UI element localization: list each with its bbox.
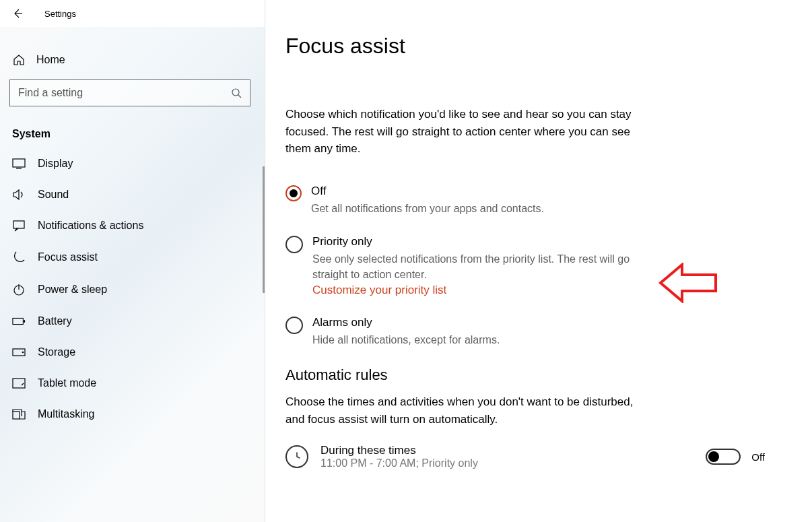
search-icon bbox=[231, 88, 242, 98]
svg-rect-9 bbox=[13, 412, 20, 419]
sound-icon bbox=[12, 189, 26, 200]
rule-title: During these times bbox=[320, 444, 478, 457]
rule-subtitle: 11:00 PM - 7:00 AM; Priority only bbox=[320, 457, 478, 469]
option-priority-desc: See only selected notifications from the… bbox=[312, 251, 663, 282]
search-input[interactable] bbox=[18, 87, 231, 99]
svg-rect-4 bbox=[13, 318, 23, 324]
display-icon bbox=[12, 158, 26, 169]
svg-point-7 bbox=[22, 352, 24, 354]
svg-rect-2 bbox=[13, 221, 24, 228]
option-alarms-desc: Hide all notifications, except for alarm… bbox=[312, 332, 500, 348]
home-icon bbox=[12, 54, 26, 66]
sidebar-item-battery[interactable]: Battery bbox=[0, 306, 265, 337]
svg-rect-1 bbox=[13, 159, 25, 167]
sidebar-item-storage[interactable]: Storage bbox=[0, 337, 265, 368]
back-button[interactable] bbox=[11, 7, 24, 20]
sidebar: Settings Home System Display Sound Notif… bbox=[0, 0, 265, 522]
radio-alarms[interactable] bbox=[285, 317, 303, 334]
sidebar-item-label: Multitasking bbox=[38, 408, 94, 420]
option-priority[interactable]: Priority only See only selected notifica… bbox=[285, 235, 663, 297]
focus-assist-icon bbox=[12, 251, 26, 264]
sidebar-item-label: Power & sleep bbox=[38, 284, 107, 296]
scroll-indicator[interactable] bbox=[263, 166, 265, 293]
battery-icon bbox=[12, 317, 26, 325]
intro-text: Choose which notification you'd like to … bbox=[285, 106, 649, 158]
radio-off[interactable] bbox=[285, 185, 302, 201]
option-off-desc: Get all notifications from your apps and… bbox=[311, 201, 544, 216]
automatic-rules-heading: Automatic rules bbox=[285, 366, 792, 384]
sidebar-item-display[interactable]: Display bbox=[0, 148, 265, 179]
sidebar-item-sound[interactable]: Sound bbox=[0, 179, 265, 210]
rule-toggle-label: Off bbox=[751, 451, 765, 463]
sidebar-item-label: Tablet mode bbox=[38, 377, 96, 389]
storage-icon bbox=[12, 348, 26, 356]
sidebar-item-multitasking[interactable]: Multitasking bbox=[0, 399, 265, 430]
rule-toggle[interactable] bbox=[706, 449, 741, 465]
multitasking-icon bbox=[12, 409, 26, 420]
sidebar-item-notifications[interactable]: Notifications & actions bbox=[0, 210, 265, 241]
sidebar-item-label: Focus assist bbox=[38, 251, 98, 263]
rule-during-times[interactable]: During these times 11:00 PM - 7:00 AM; P… bbox=[285, 444, 792, 469]
titlebar: Settings bbox=[0, 0, 265, 27]
power-icon bbox=[12, 283, 26, 296]
sidebar-item-label: Display bbox=[38, 158, 73, 170]
sidebar-item-label: Battery bbox=[38, 315, 72, 327]
clock-icon bbox=[285, 445, 308, 468]
nav-home[interactable]: Home bbox=[0, 47, 265, 73]
sidebar-item-tablet-mode[interactable]: Tablet mode bbox=[0, 368, 265, 399]
sidebar-item-power-sleep[interactable]: Power & sleep bbox=[0, 273, 265, 306]
notifications-icon bbox=[12, 220, 26, 232]
sidebar-item-label: Notifications & actions bbox=[38, 220, 143, 232]
sidebar-item-label: Sound bbox=[38, 189, 69, 201]
option-priority-title: Priority only bbox=[312, 235, 663, 249]
option-alarms[interactable]: Alarms only Hide all notifications, exce… bbox=[285, 316, 663, 348]
svg-point-0 bbox=[232, 89, 239, 96]
section-header-system: System bbox=[0, 120, 265, 148]
main-content: Focus assist Choose which notification y… bbox=[265, 0, 812, 522]
option-alarms-title: Alarms only bbox=[312, 316, 500, 329]
svg-rect-5 bbox=[24, 320, 25, 323]
tablet-icon bbox=[12, 378, 26, 389]
customize-priority-link[interactable]: Customize your priority list bbox=[312, 284, 446, 297]
automatic-rules-intro: Choose the times and activities when you… bbox=[285, 393, 649, 428]
app-title: Settings bbox=[44, 9, 76, 19]
page-title: Focus assist bbox=[285, 34, 792, 59]
search-box[interactable] bbox=[9, 79, 250, 106]
option-off-title: Off bbox=[311, 185, 544, 198]
home-label: Home bbox=[36, 54, 65, 66]
sidebar-item-focus-assist[interactable]: Focus assist bbox=[0, 241, 265, 273]
sidebar-item-label: Storage bbox=[38, 346, 75, 358]
radio-priority[interactable] bbox=[285, 236, 303, 253]
option-off[interactable]: Off Get all notifications from your apps… bbox=[285, 185, 663, 216]
